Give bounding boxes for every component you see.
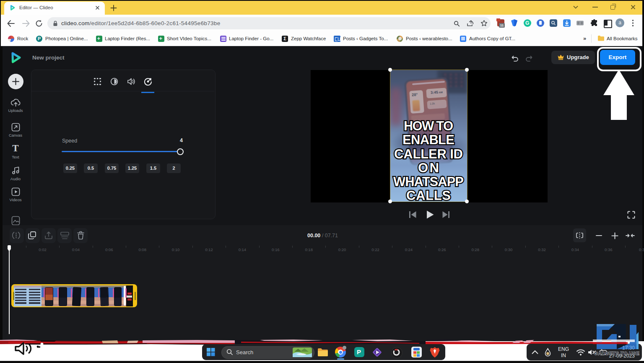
svg-text:ON: ON xyxy=(418,161,439,175)
svg-text:CALLS: CALLS xyxy=(406,188,451,202)
svg-text:GADGETS TO USE: GADGETS TO USE xyxy=(594,351,639,356)
svg-text:WHATSAPP: WHATSAPP xyxy=(393,174,464,189)
svg-text:HOW TO: HOW TO xyxy=(404,119,453,133)
svg-text:ENABLE: ENABLE xyxy=(402,132,454,147)
svg-text:CALLER ID: CALLER ID xyxy=(394,147,463,161)
